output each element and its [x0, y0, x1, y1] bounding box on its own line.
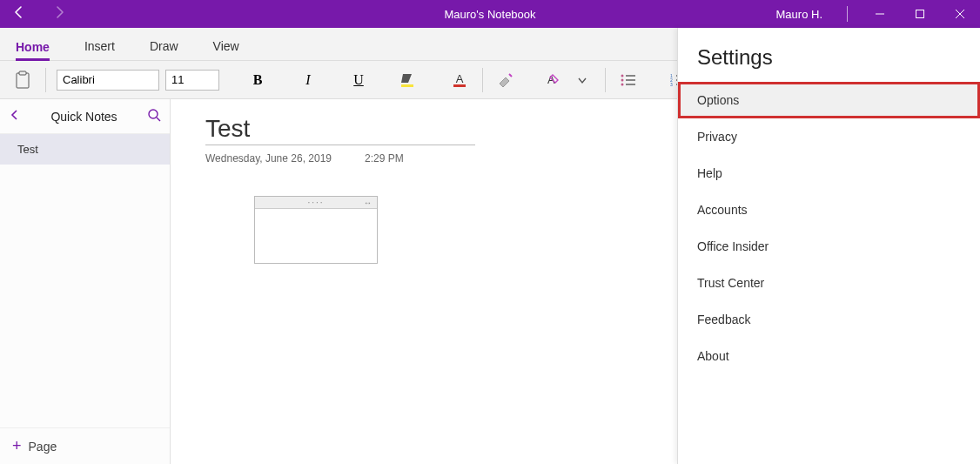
note-date: Wednesday, June 26, 2019 [205, 152, 332, 165]
plus-icon: + [12, 437, 22, 455]
bold-button[interactable]: B [245, 68, 270, 92]
nav-forward-icon [52, 5, 66, 23]
window-close-button[interactable] [940, 0, 980, 28]
search-icon[interactable] [147, 108, 161, 125]
separator [482, 68, 483, 92]
tab-home[interactable]: Home [16, 33, 50, 61]
note-title[interactable]: Test [205, 115, 475, 145]
separator [45, 68, 46, 92]
svg-point-10 [621, 74, 624, 77]
add-page-label: Page [29, 440, 57, 454]
settings-item-feedback[interactable]: Feedback [678, 301, 980, 338]
format-painter-button[interactable]: A [539, 68, 563, 92]
svg-text:A: A [456, 72, 464, 85]
highlight-button[interactable] [397, 68, 421, 92]
svg-point-12 [621, 78, 624, 81]
svg-rect-6 [401, 84, 413, 87]
clipboard-icon[interactable] [10, 68, 35, 92]
font-color-button[interactable]: A [447, 68, 472, 92]
svg-text:3: 3 [670, 82, 673, 87]
font-size-input[interactable] [165, 70, 219, 91]
add-page-button[interactable]: + Page [0, 427, 170, 464]
svg-point-14 [621, 83, 624, 85]
window-maximize-button[interactable] [900, 0, 940, 28]
italic-button[interactable]: I [296, 68, 320, 92]
settings-item-options[interactable]: Options [678, 82, 980, 118]
tab-draw[interactable]: Draw [150, 32, 178, 60]
settings-item-trust-center[interactable]: Trust Center [678, 265, 980, 301]
svg-rect-8 [453, 84, 466, 87]
bullet-list-button[interactable] [616, 68, 641, 92]
clear-formatting-button[interactable] [493, 68, 518, 92]
resize-handle-icon[interactable]: ↔ [364, 198, 373, 207]
note-time: 2:29 PM [365, 152, 404, 165]
page-sidebar: Quick Notes Test + Page [0, 99, 171, 464]
underline-button[interactable]: U [346, 68, 371, 92]
settings-item-privacy[interactable]: Privacy [678, 118, 980, 155]
settings-title: Settings [678, 28, 980, 82]
svg-point-23 [149, 110, 158, 118]
nav-back-icon[interactable] [12, 5, 26, 23]
svg-text:A: A [547, 73, 555, 86]
separator [847, 6, 848, 22]
section-back-icon[interactable] [9, 109, 21, 124]
svg-rect-5 [19, 71, 26, 75]
section-title[interactable]: Quick Notes [50, 110, 117, 124]
window-minimize-button[interactable] [860, 0, 900, 28]
tab-view[interactable]: View [213, 32, 239, 60]
user-name[interactable]: Mauro H. [776, 8, 822, 21]
settings-item-office-insider[interactable]: Office Insider [678, 228, 980, 265]
settings-panel: Settings Options Privacy Help Accounts O… [677, 28, 980, 464]
font-name-input[interactable] [57, 70, 159, 91]
svg-rect-1 [916, 10, 924, 18]
settings-item-about[interactable]: About [678, 338, 980, 374]
title-bar: Mauro's Notebook Mauro H. [0, 0, 980, 28]
settings-item-help[interactable]: Help [678, 155, 980, 192]
tab-insert[interactable]: Insert [84, 32, 115, 60]
separator [605, 68, 606, 92]
container-drag-handle[interactable]: ···· ↔ [255, 197, 377, 209]
styles-dropdown[interactable] [570, 68, 594, 92]
page-list-item[interactable]: Test [0, 134, 170, 165]
svg-line-24 [157, 118, 160, 121]
svg-rect-4 [17, 73, 29, 88]
note-content-container[interactable]: ···· ↔ [254, 196, 378, 264]
settings-item-accounts[interactable]: Accounts [678, 192, 980, 228]
